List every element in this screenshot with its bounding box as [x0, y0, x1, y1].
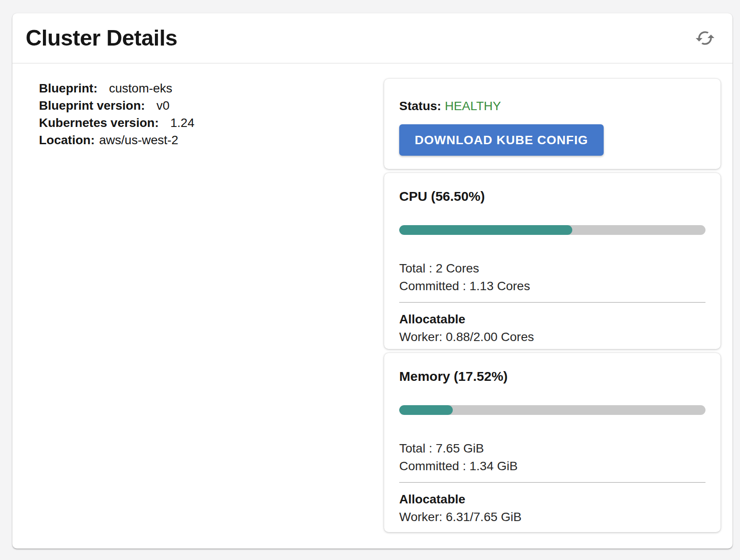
memory-card: Memory (17.52%) Total : 7.65 GiB Committ… [384, 353, 721, 532]
blueprint-label: Blueprint: [39, 81, 97, 95]
refresh-button[interactable] [694, 27, 717, 50]
status-card: Status:HEALTHY DOWNLOAD KUBE CONFIG [384, 79, 721, 169]
memory-progress-bar [399, 405, 705, 415]
divider [399, 482, 705, 483]
cpu-worker: Worker: 0.88/2.00 Cores [399, 328, 705, 346]
refresh-icon [695, 28, 715, 48]
memory-allocatable-label: Allocatable [399, 491, 705, 508]
cpu-allocatable-label: Allocatable [399, 311, 705, 328]
memory-total: Total : 7.65 GiB [399, 440, 705, 457]
cluster-details-card: Cluster Details Blueprint:custom-eks Blu… [12, 13, 732, 548]
download-kube-config-button[interactable]: DOWNLOAD KUBE CONFIG [399, 124, 604, 156]
memory-totals: Total : 7.65 GiB Committed : 1.34 GiB [399, 440, 705, 475]
detail-row-kubernetes-version: Kubernetes version:1.24 [39, 114, 384, 131]
cpu-totals: Total : 2 Cores Committed : 1.13 Cores [399, 260, 705, 295]
status-line: Status:HEALTHY [399, 99, 705, 113]
cpu-card: CPU (56.50%) Total : 2 Cores Committed :… [384, 173, 721, 349]
kubernetes-version-label: Kubernetes version: [39, 116, 159, 130]
cpu-progress-fill [399, 225, 572, 235]
memory-committed: Committed : 1.34 GiB [399, 457, 705, 475]
cpu-title: CPU (56.50%) [399, 187, 705, 206]
detail-row-blueprint-version: Blueprint version:v0 [39, 97, 384, 114]
blueprint-value: custom-eks [109, 81, 172, 95]
status-badge: HEALTHY [445, 99, 501, 113]
memory-worker: Worker: 6.31/7.65 GiB [399, 508, 705, 526]
divider [399, 302, 705, 303]
right-column: Status:HEALTHY DOWNLOAD KUBE CONFIG CPU … [384, 79, 721, 536]
location-label: Location: [39, 133, 95, 147]
memory-progress-fill [399, 405, 453, 415]
card-header: Cluster Details [12, 13, 732, 64]
cluster-info: Blueprint:custom-eks Blueprint version:v… [27, 79, 384, 536]
cpu-total: Total : 2 Cores [399, 260, 705, 277]
blueprint-version-value: v0 [157, 99, 170, 112]
detail-row-blueprint: Blueprint:custom-eks [39, 80, 384, 97]
kubernetes-version-value: 1.24 [170, 116, 195, 130]
memory-title: Memory (17.52%) [399, 367, 705, 386]
status-label: Status: [399, 99, 441, 113]
detail-row-location: Location:aws/us-west-2 [39, 131, 384, 149]
card-content: Blueprint:custom-eks Blueprint version:v… [12, 64, 732, 536]
cpu-progress-bar [399, 225, 705, 235]
blueprint-version-label: Blueprint version: [39, 99, 145, 112]
page-title: Cluster Details [26, 25, 177, 51]
cpu-committed: Committed : 1.13 Cores [399, 277, 705, 295]
location-value: aws/us-west-2 [99, 133, 178, 147]
